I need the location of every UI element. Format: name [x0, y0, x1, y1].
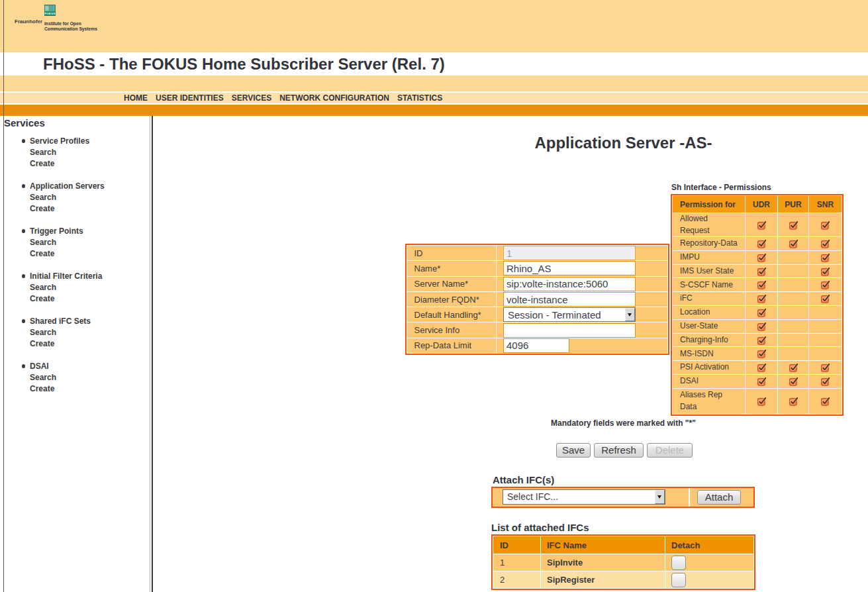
svg-text:FOKUS: FOKUS: [45, 12, 56, 15]
